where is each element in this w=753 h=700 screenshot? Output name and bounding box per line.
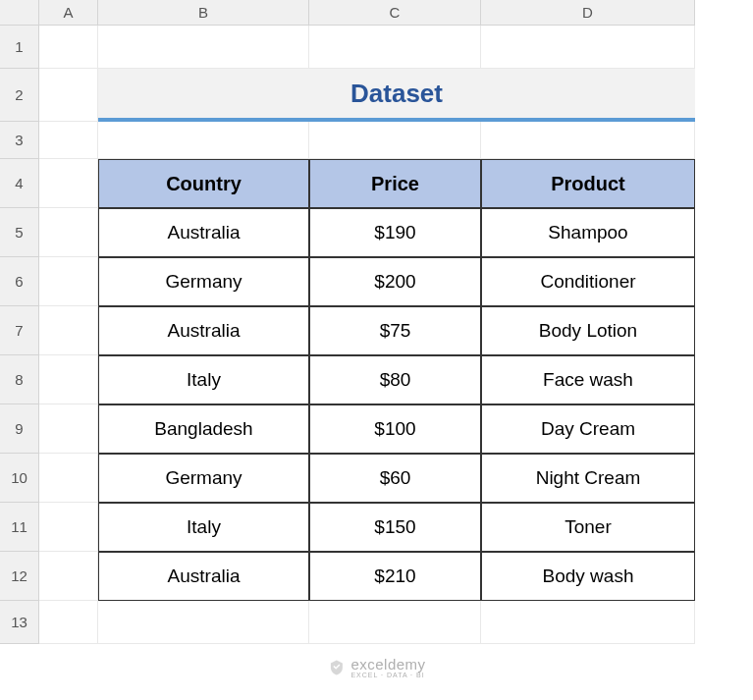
table-cell[interactable]: Germany (98, 454, 309, 503)
cell-a2[interactable] (39, 69, 98, 122)
cell-a1[interactable] (39, 26, 98, 69)
cell-c3[interactable] (309, 122, 481, 159)
table-cell[interactable]: Australia (98, 208, 309, 257)
table-cell[interactable]: Italy (98, 503, 309, 552)
cell-a6[interactable] (39, 257, 98, 306)
col-header-b[interactable]: B (98, 0, 309, 26)
cell-c13[interactable] (309, 601, 481, 644)
cell-a12[interactable] (39, 552, 98, 601)
row-header-11[interactable]: 11 (0, 503, 39, 552)
row-header-10[interactable]: 10 (0, 454, 39, 503)
dataset-title[interactable]: Dataset (98, 69, 695, 122)
table-cell[interactable]: $60 (309, 454, 481, 503)
table-cell[interactable]: Body Lotion (481, 306, 695, 355)
cell-a11[interactable] (39, 503, 98, 552)
row-header-12[interactable]: 12 (0, 552, 39, 601)
row-header-8[interactable]: 8 (0, 355, 39, 404)
row-header-6[interactable]: 6 (0, 257, 39, 306)
watermark: exceldemy EXCEL · DATA · BI (327, 657, 425, 678)
table-cell[interactable]: $150 (309, 503, 481, 552)
row-header-5[interactable]: 5 (0, 208, 39, 257)
table-cell[interactable]: Conditioner (481, 257, 695, 306)
spreadsheet-grid: A B C D 1 2 Dataset 3 4 Country Price Pr… (0, 0, 753, 644)
table-cell[interactable]: $210 (309, 552, 481, 601)
watermark-icon (327, 659, 345, 676)
select-all-corner[interactable] (0, 0, 39, 26)
row-header-3[interactable]: 3 (0, 122, 39, 159)
col-header-a[interactable]: A (39, 0, 98, 26)
cell-a3[interactable] (39, 122, 98, 159)
table-cell[interactable]: Germany (98, 257, 309, 306)
table-cell[interactable]: Australia (98, 306, 309, 355)
table-cell[interactable]: Face wash (481, 355, 695, 404)
table-cell[interactable]: $100 (309, 404, 481, 454)
table-cell[interactable]: Night Cream (481, 454, 695, 503)
row-header-13[interactable]: 13 (0, 601, 39, 644)
table-cell[interactable]: Body wash (481, 552, 695, 601)
cell-a10[interactable] (39, 454, 98, 503)
table-cell[interactable]: Shampoo (481, 208, 695, 257)
col-header-c[interactable]: C (309, 0, 481, 26)
row-header-2[interactable]: 2 (0, 69, 39, 122)
table-header-price[interactable]: Price (309, 159, 481, 208)
cell-d13[interactable] (481, 601, 695, 644)
col-header-d[interactable]: D (481, 0, 695, 26)
cell-a4[interactable] (39, 159, 98, 208)
table-cell[interactable]: Italy (98, 355, 309, 404)
cell-a8[interactable] (39, 355, 98, 404)
table-cell[interactable]: Day Cream (481, 404, 695, 454)
table-cell[interactable]: $200 (309, 257, 481, 306)
table-cell[interactable]: Bangladesh (98, 404, 309, 454)
watermark-text: exceldemy EXCEL · DATA · BI (350, 657, 425, 678)
row-header-7[interactable]: 7 (0, 306, 39, 355)
cell-a7[interactable] (39, 306, 98, 355)
table-cell[interactable]: Australia (98, 552, 309, 601)
table-header-product[interactable]: Product (481, 159, 695, 208)
row-header-1[interactable]: 1 (0, 26, 39, 69)
table-cell[interactable]: $75 (309, 306, 481, 355)
cell-a5[interactable] (39, 208, 98, 257)
cell-b1[interactable] (98, 26, 309, 69)
row-header-4[interactable]: 4 (0, 159, 39, 208)
watermark-sub: EXCEL · DATA · BI (350, 672, 425, 678)
cell-b13[interactable] (98, 601, 309, 644)
cell-a13[interactable] (39, 601, 98, 644)
cell-a9[interactable] (39, 404, 98, 454)
row-header-9[interactable]: 9 (0, 404, 39, 454)
watermark-main: exceldemy (350, 657, 425, 672)
table-header-country[interactable]: Country (98, 159, 309, 208)
cell-d3[interactable] (481, 122, 695, 159)
cell-d1[interactable] (481, 26, 695, 69)
cell-c1[interactable] (309, 26, 481, 69)
cell-b3[interactable] (98, 122, 309, 159)
table-cell[interactable]: Toner (481, 503, 695, 552)
table-cell[interactable]: $80 (309, 355, 481, 404)
table-cell[interactable]: $190 (309, 208, 481, 257)
